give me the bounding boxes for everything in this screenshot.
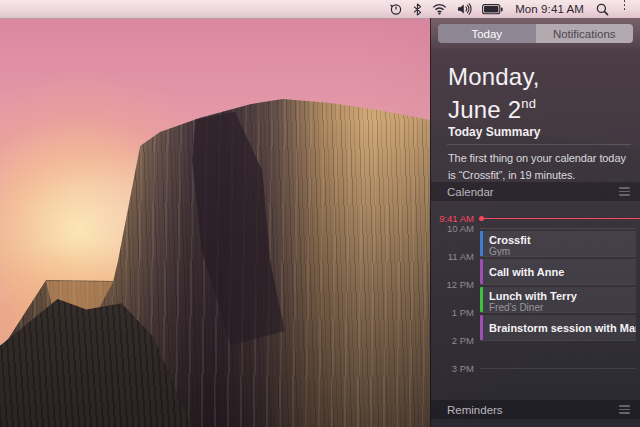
wifi-icon[interactable] (432, 0, 447, 18)
event-title: Call with Anne (489, 266, 564, 278)
calendar-event[interactable]: Brainstorm session with Marketing (480, 315, 636, 340)
hour-label: 2 PM (431, 335, 474, 346)
hour-line (480, 284, 636, 285)
hour-line (480, 340, 636, 341)
hour-line (480, 368, 636, 369)
hour-label: 3 PM (431, 363, 474, 374)
calendar-event[interactable]: Lunch with Terry Fred’s Diner (480, 287, 636, 312)
event-title: Brainstorm session with Marketing (489, 322, 636, 334)
event-title: Lunch with Terry (489, 290, 630, 302)
menu-bar-clock[interactable]: Mon 9:41 AM (513, 3, 586, 15)
bluetooth-icon[interactable] (413, 0, 422, 18)
reminders-section-header[interactable]: Reminders (431, 400, 640, 419)
today-summary-title: Today Summary (448, 125, 540, 139)
reminders-section-label: Reminders (447, 404, 503, 416)
time-machine-icon[interactable] (389, 0, 403, 18)
battery-icon[interactable] (482, 0, 503, 18)
event-location: Fred’s Diner (489, 302, 630, 312)
date-weekday: Monday, (448, 63, 540, 90)
today-summary-text: The first thing on your calendar today i… (448, 150, 632, 184)
hour-line (480, 256, 636, 257)
date-ordinal: nd (521, 96, 536, 111)
calendar-event[interactable]: Crossfit Gym (480, 231, 636, 256)
notification-center-panel: Today Notifications Monday, June 2nd Tod… (430, 18, 640, 427)
calendar-section-header[interactable]: Calendar (431, 182, 640, 201)
calendar-day-timeline: 10 AM 11 AM 12 PM 1 PM 2 PM 3 PM 9:41 AM… (431, 201, 640, 400)
widget-handle-icon[interactable] (619, 187, 630, 196)
spotlight-icon[interactable] (596, 0, 609, 18)
hour-line (480, 228, 636, 229)
date-day: June 2 (448, 96, 521, 123)
calendar-event[interactable]: Call with Anne (480, 259, 636, 284)
summary-divider (447, 144, 631, 145)
volume-icon[interactable] (457, 0, 472, 18)
today-notifications-tabs: Today Notifications (438, 24, 633, 43)
menu-bar: Mon 9:41 AM (0, 0, 640, 19)
event-title: Crossfit (489, 234, 630, 246)
desktop: Mon 9:41 AM Today Notifications Monday, … (0, 0, 640, 427)
tab-notifications[interactable]: Notifications (536, 24, 634, 43)
hour-label: 11 AM (431, 251, 474, 262)
date-heading: Monday, June 2nd (448, 63, 540, 124)
calendar-section-label: Calendar (447, 186, 494, 198)
current-time-line (482, 218, 640, 219)
hour-line (480, 312, 636, 313)
hour-label: 10 AM (431, 223, 474, 234)
current-time-label: 9:41 AM (431, 213, 474, 224)
widget-handle-icon[interactable] (619, 405, 630, 414)
event-location: Gym (489, 246, 630, 256)
notification-center-icon[interactable] (619, 0, 632, 18)
hour-label: 1 PM (431, 307, 474, 318)
hour-label: 12 PM (431, 279, 474, 290)
tab-today[interactable]: Today (438, 24, 536, 43)
